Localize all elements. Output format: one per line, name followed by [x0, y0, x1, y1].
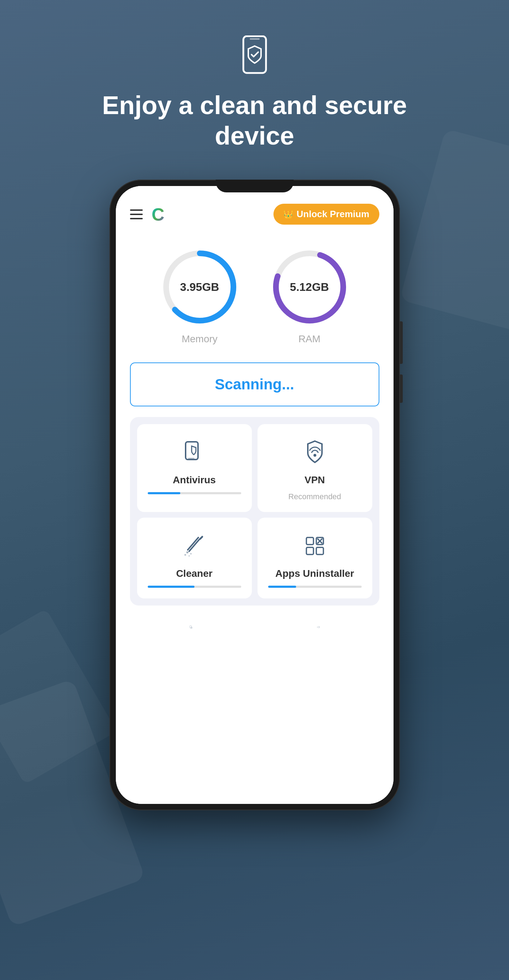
antivirus-title: Antivirus: [173, 474, 216, 486]
ram-value: 5.12GB: [290, 280, 329, 293]
svg-point-15: [188, 555, 190, 557]
svg-rect-0: [243, 36, 266, 73]
phone-frame: C 👑 Unlock Premium: [110, 180, 400, 810]
apps-uninstaller-progress-fill: [268, 585, 296, 588]
svg-rect-1: [250, 38, 260, 40]
unlock-premium-button[interactable]: 👑 Unlock Premium: [274, 204, 379, 224]
phone-screen: C 👑 Unlock Premium: [116, 186, 393, 804]
shield-icon: [237, 35, 272, 80]
cleaner-title: Cleaner: [176, 568, 213, 579]
phone-side-right: [400, 321, 403, 364]
app-logo: C: [150, 204, 171, 225]
memory-label: Memory: [182, 333, 218, 345]
svg-rect-19: [306, 547, 313, 554]
app-main: 3.95GB Memory 5.12GB RAM: [116, 232, 393, 804]
svg-point-27: [319, 627, 319, 627]
unlock-premium-label: Unlock Premium: [296, 209, 369, 220]
apps-uninstaller-card[interactable]: Apps Uninstaller: [258, 518, 372, 598]
bg-shape-right: [399, 129, 509, 332]
svg-point-13: [190, 553, 192, 554]
antivirus-card[interactable]: Antivirus: [137, 424, 252, 512]
svg-text:C: C: [152, 205, 164, 224]
ram-label: RAM: [298, 333, 320, 345]
antivirus-icon: [180, 438, 208, 468]
cleaner-progress-fill: [148, 585, 194, 588]
phone-side-right2: [400, 374, 403, 403]
svg-rect-17: [306, 538, 313, 544]
extra-card-right[interactable]: [258, 611, 379, 640]
svg-line-16: [200, 537, 202, 539]
phone-container: C 👑 Unlock Premium: [110, 180, 400, 810]
apps-uninstaller-title: Apps Uninstaller: [275, 568, 354, 579]
vpn-subtitle: Recommended: [288, 492, 341, 501]
memory-gauge-circle: 3.95GB: [159, 246, 240, 328]
app-header: C 👑 Unlock Premium: [116, 186, 393, 232]
cleaner-icon: [180, 532, 208, 562]
svg-rect-20: [316, 547, 323, 554]
apps-uninstaller-icon: [301, 532, 329, 562]
header-left: C: [130, 204, 171, 225]
svg-line-10: [189, 539, 200, 551]
crown-icon: 👑: [283, 210, 293, 219]
svg-line-11: [188, 538, 198, 550]
antivirus-progress-fill: [148, 492, 180, 494]
svg-point-9: [313, 454, 316, 457]
vpn-card[interactable]: VPN Recommended: [258, 424, 372, 512]
scanning-button[interactable]: Scanning...: [130, 363, 379, 406]
svg-point-12: [186, 551, 188, 554]
antivirus-progress-bar: [148, 492, 241, 494]
cleaner-card[interactable]: Cleaner: [137, 518, 252, 598]
memory-value: 3.95GB: [180, 280, 219, 293]
svg-rect-8: [188, 458, 194, 459]
phone-notch: [216, 180, 294, 192]
memory-gauge: 3.95GB Memory: [159, 246, 240, 345]
ram-gauge: 5.12GB RAM: [269, 246, 350, 345]
top-section: Enjoy a clean and secure device: [95, 0, 414, 173]
svg-point-14: [184, 554, 186, 555]
gauges-row: 3.95GB Memory 5.12GB RAM: [130, 246, 379, 345]
headline: Enjoy a clean and secure device: [95, 90, 414, 151]
vpn-title: VPN: [305, 474, 325, 486]
apps-uninstaller-progress-bar: [268, 585, 362, 588]
extra-card-left[interactable]: [130, 611, 252, 640]
hamburger-menu[interactable]: [130, 209, 143, 219]
vpn-icon: [301, 438, 329, 468]
ram-gauge-circle: 5.12GB: [269, 246, 350, 328]
bottom-row-partial: [130, 611, 379, 640]
cleaner-progress-bar: [148, 585, 241, 588]
grid-section: Antivirus: [130, 417, 379, 606]
